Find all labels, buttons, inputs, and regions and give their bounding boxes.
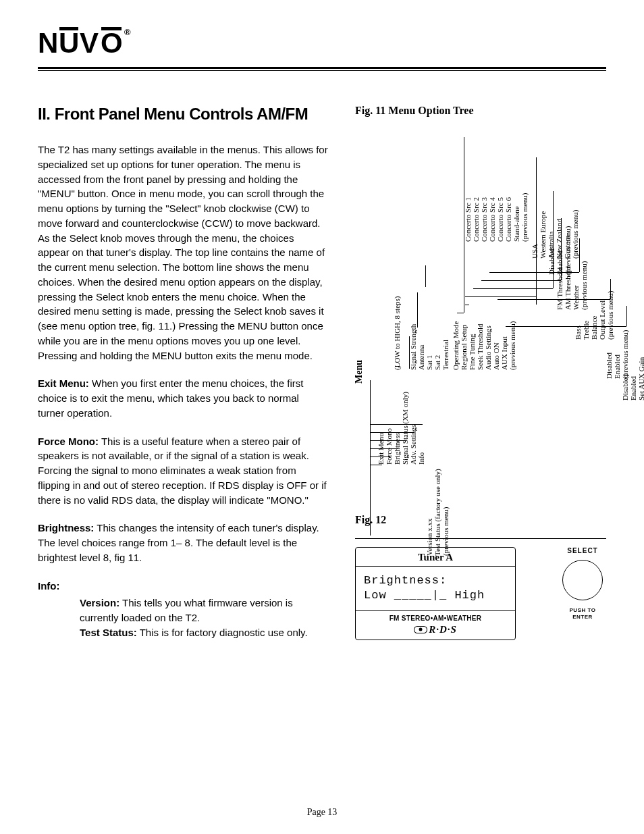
adv-0: Operating Mode	[452, 321, 460, 370]
au-3: Output Level	[598, 301, 606, 340]
rds-logo: R·D·S	[356, 624, 515, 640]
op-4: Concerto Src 5	[496, 197, 504, 242]
tuner-screen: Brightness: Low _____|_ High	[356, 566, 515, 610]
sk-2: Weather	[572, 286, 580, 310]
sig-4: Terrestrial	[441, 340, 450, 370]
svg-text:N: N	[38, 27, 57, 57]
header-rule-thick	[38, 67, 606, 69]
svg-text:U: U	[59, 27, 78, 57]
ax-2: Set AUX Gain	[637, 357, 644, 400]
svg-text:V: V	[80, 27, 99, 57]
svg-rect-5	[101, 27, 122, 30]
tuner-footer: FM STEREO•AM•WEATHER	[356, 611, 515, 624]
info-subsection: Version: This tells you what firmware ve…	[80, 596, 328, 640]
version-label: Version:	[80, 597, 119, 608]
test-status-text: This is for factory diagnostic use only.	[140, 627, 308, 638]
force-mono-label: Force Mono:	[38, 436, 99, 447]
adv-3: Seek Threshold	[476, 323, 484, 370]
brightness-label: Brightness:	[38, 522, 94, 533]
info-label: Info:	[38, 580, 59, 592]
ao-2: (previous menu)	[621, 330, 629, 379]
brand-logo: N U V O ®	[38, 27, 146, 61]
adv-4: Audio Settings	[484, 325, 492, 370]
adv-2: Fine Tuning	[468, 334, 476, 371]
adv-6: AUX Input	[500, 336, 508, 370]
info-paragraph: Info:	[38, 579, 328, 594]
select-knob-icon[interactable]	[562, 560, 603, 600]
sk-3: (previous menu)	[580, 261, 588, 310]
svg-rect-2	[59, 27, 78, 30]
brightness-paragraph: Brightness: This changes the intensity o…	[38, 521, 328, 565]
op-2: Concerto Src 3	[480, 197, 488, 242]
adv-5: Auto ON	[492, 342, 500, 370]
op-5: Concerto Src 6	[504, 197, 512, 242]
page-header: N U V O ®	[38, 27, 606, 71]
body-column: II. Front Panel Menu Controls AM/FM The …	[38, 105, 328, 640]
l1-signal: Signal Status (XM only)	[401, 392, 409, 465]
l1-mono: Force Mono	[385, 428, 393, 465]
sk-0: FM Threshold	[556, 267, 564, 310]
sig-0: Signal Strength	[409, 324, 417, 370]
exit-menu-paragraph: Exit Menu: When you first enter the menu…	[38, 376, 328, 420]
page-number: Page 13	[0, 807, 644, 818]
select-label: SELECT	[552, 547, 613, 554]
op-7: (previous menu)	[520, 193, 529, 242]
ax-1: Enabled	[629, 376, 637, 400]
sig-2: Sat 1	[425, 355, 433, 370]
screen-line2: Low _____|_ High	[364, 588, 507, 603]
intro-paragraph: The T2 has many settings available in th…	[38, 142, 328, 363]
tree-root: Menu	[354, 360, 365, 384]
au-2: Balance	[590, 316, 598, 340]
op-1: Concerto Src 2	[472, 197, 480, 242]
svg-text:O: O	[101, 27, 122, 57]
l1-info: Info	[417, 452, 425, 465]
reg-5: (previous menu)	[571, 210, 579, 259]
op-3: Concerto Src 4	[488, 197, 496, 242]
tuner-title: Tuner A	[356, 548, 515, 566]
sig-1: Antenna	[417, 345, 425, 370]
reg-0: USA	[531, 244, 539, 259]
ft-0: Disabled	[547, 249, 556, 275]
l1-adv: Adv. Settings	[409, 425, 417, 465]
bright-detail: (LOW to HIGH, 8 steps)	[393, 296, 401, 370]
au-0: Bass	[574, 325, 582, 340]
fig12-rule	[355, 538, 606, 539]
fig11-caption: Fig. 11 Menu Option Tree	[355, 105, 606, 117]
adv-1: Regional Setup	[460, 324, 468, 370]
screen-line1: Brightness:	[364, 573, 507, 588]
svg-text:®: ®	[124, 27, 131, 37]
eye-icon	[414, 626, 427, 633]
adv-7: (previous menu)	[508, 321, 516, 370]
reg-1: Western Europe	[539, 211, 547, 259]
tuner-display: Tuner A Brightness: Low _____|_ High FM …	[355, 547, 516, 640]
fig12-panel: Fig. 12 Tuner A Brightness: Low _____|_ …	[355, 514, 606, 640]
fig12-caption: Fig. 12	[355, 514, 606, 526]
op-6: Stand-alone	[512, 206, 520, 242]
au-1: Treble	[582, 321, 590, 340]
push-label-2: ENTER	[552, 614, 613, 621]
sig-3: Sat 2	[433, 355, 441, 370]
select-knob-area: SELECT PUSH TO ENTER	[552, 547, 613, 620]
op-0: Concerto Src 1	[464, 197, 472, 242]
push-label-1: PUSH TO	[552, 607, 613, 614]
ao-1: Enabled	[613, 355, 621, 379]
force-mono-paragraph: Force Mono: This is a useful feature whe…	[38, 434, 328, 508]
header-rule-thin	[38, 70, 606, 71]
exit-menu-label: Exit Menu:	[38, 377, 89, 389]
ax-0: Disabled	[621, 374, 629, 400]
ao-0: Disabled	[605, 353, 613, 379]
section-title: II. Front Panel Menu Controls AM/FM	[38, 105, 328, 124]
figures-column: Fig. 11 Menu Option Tree Menu Exit Menu …	[355, 105, 606, 640]
test-status-label: Test Status:	[80, 627, 137, 638]
